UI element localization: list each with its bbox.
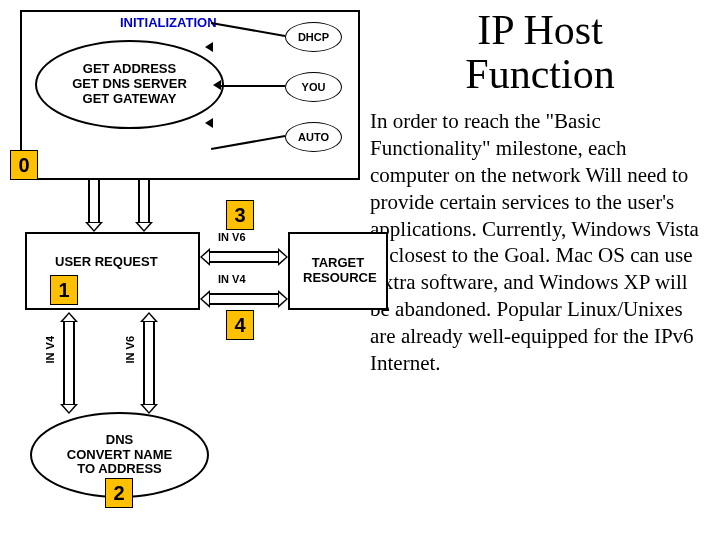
get-dns-server: GET DNS SERVER (72, 77, 187, 92)
dns-labels: DNS CONVERT NAME TO ADDRESS (67, 433, 172, 478)
arrowhead-you (213, 80, 221, 90)
lane-v6-vert: IN V6 (124, 336, 136, 364)
init-label: INITIALIZATION (120, 15, 217, 30)
step-1: 1 (50, 275, 78, 305)
dns-line2: CONVERT NAME (67, 448, 172, 463)
step-2: 2 (105, 478, 133, 508)
dns-line3: TO ADDRESS (67, 462, 172, 477)
dhcp-ellipse: DHCP (285, 22, 342, 52)
arrow-ur-dns-v4 (60, 312, 78, 414)
target-label: TARGET RESOURCE (303, 256, 373, 286)
page-title: IP Host Function (430, 8, 650, 96)
arrow-ur-target-v6 (200, 248, 288, 266)
lane-v4-vert: IN V4 (44, 336, 56, 364)
step-1-label: 1 (58, 279, 69, 302)
arrow-you (220, 85, 285, 87)
get-address: GET ADDRESS (72, 62, 187, 77)
lane-v4-horiz: IN V4 (218, 273, 246, 285)
step-4: 4 (226, 310, 254, 340)
step-3: 3 (226, 200, 254, 230)
step-4-label: 4 (234, 314, 245, 337)
auto-ellipse: AUTO (285, 122, 342, 152)
lane-v6-horiz: IN V6 (218, 231, 246, 243)
arrow-init-down-1 (85, 180, 103, 232)
init-actions-ellipse: GET ADDRESS GET DNS SERVER GET GATEWAY (35, 40, 224, 129)
step-0: 0 (10, 150, 38, 180)
you-ellipse: YOU (285, 72, 342, 102)
arrow-init-down-2 (135, 180, 153, 232)
user-request-label: USER REQUEST (55, 255, 158, 270)
arrowhead-dhcp (205, 42, 213, 52)
arrow-ur-dns-v6 (140, 312, 158, 414)
you-label: YOU (302, 81, 326, 93)
dns-line1: DNS (67, 433, 172, 448)
arrow-ur-target-v4 (200, 290, 288, 308)
init-actions: GET ADDRESS GET DNS SERVER GET GATEWAY (72, 62, 187, 107)
target-line1: TARGET (303, 256, 373, 271)
target-line2: RESOURCE (303, 271, 373, 286)
body-text: In order to reach the "Basic Functionali… (370, 108, 705, 377)
get-gateway: GET GATEWAY (72, 92, 187, 107)
auto-label: AUTO (298, 131, 329, 143)
step-2-label: 2 (113, 482, 124, 505)
step-0-label: 0 (18, 154, 29, 177)
arrowhead-auto (205, 118, 213, 128)
step-3-label: 3 (234, 204, 245, 227)
dhcp-label: DHCP (298, 31, 329, 43)
